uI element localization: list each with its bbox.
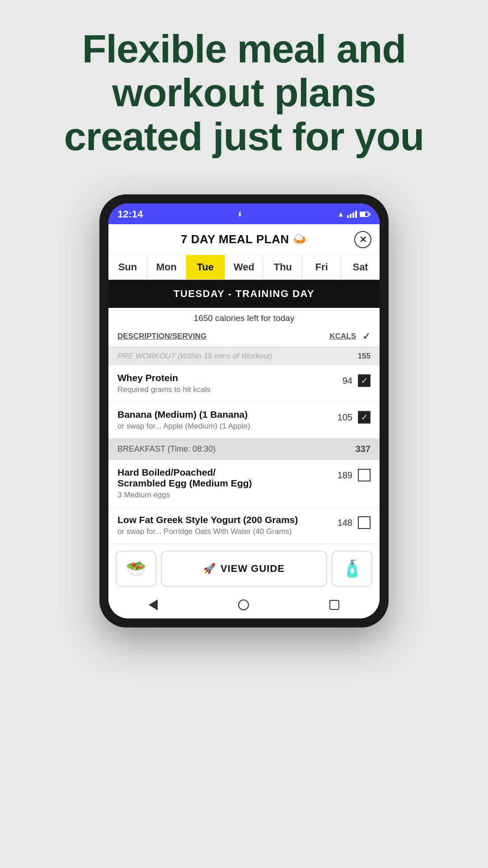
- status-bar: 12:14 ⬇ ▲: [108, 203, 380, 224]
- tab-wed[interactable]: Wed: [225, 255, 264, 279]
- title-emoji: 🍛: [292, 232, 307, 246]
- tab-mon[interactable]: Mon: [147, 255, 186, 279]
- food-name: Low Fat Greek Style Yogurt (200 Grams): [117, 514, 333, 525]
- headline: Flexible meal and workout plans created …: [64, 27, 424, 158]
- day-tabs: Sun Mon Tue Wed Thu Fri Sat: [108, 255, 380, 280]
- food-checkbox[interactable]: [358, 469, 371, 481]
- pre-workout-row: PRE WORKOUT (Within 15 mins of Workout) …: [108, 347, 380, 365]
- col-description: DESCRIPTION/SERVING: [117, 332, 206, 341]
- status-icons-area: ⬇: [237, 211, 243, 218]
- battery-icon: [360, 212, 371, 217]
- status-time: 12:14: [117, 208, 143, 220]
- food-name: Whey Protein: [117, 373, 338, 383]
- food-desc: or swap for... Apple (Medium) (1 Apple): [117, 422, 333, 431]
- col-kcals: KCALS: [329, 332, 356, 341]
- home-button[interactable]: [238, 599, 249, 610]
- meal-icon: 🥗: [126, 559, 146, 578]
- food-name: Hard Boiled/Poached/Scrambled Egg (Mediu…: [117, 467, 333, 489]
- recents-button[interactable]: [329, 600, 339, 610]
- app-header: 7 DAY MEAL PLAN 🍛 ✕: [108, 224, 380, 255]
- back-button[interactable]: [149, 599, 158, 610]
- status-icons: ▲: [337, 210, 371, 218]
- phone-mockup: 12:14 ⬇ ▲: [99, 194, 389, 627]
- food-kcals: 94: [343, 376, 352, 386]
- tab-fri[interactable]: Fri: [302, 255, 341, 279]
- food-desc: Required grams to hit kcals: [117, 385, 338, 394]
- tab-sun[interactable]: Sun: [108, 255, 147, 279]
- food-desc: 3 Medium eggs: [117, 491, 333, 500]
- meal-plan-icon-button[interactable]: 🥗: [116, 551, 156, 587]
- tab-tue[interactable]: Tue: [186, 255, 225, 279]
- food-item-whey-protein: Whey Protein Required grams to hit kcals…: [108, 365, 380, 402]
- food-checkbox[interactable]: ✓: [358, 374, 371, 387]
- food-item-yogurt: Low Fat Greek Style Yogurt (200 Grams) o…: [108, 507, 380, 544]
- food-item-banana: Banana (Medium) (1 Banana) or swap for..…: [108, 402, 380, 439]
- signal-icon: [347, 211, 357, 218]
- table-header: DESCRIPTION/SERVING KCALS ✓: [108, 329, 380, 347]
- food-item-egg: Hard Boiled/Poached/Scrambled Egg (Mediu…: [108, 460, 380, 507]
- food-name: Banana (Medium) (1 Banana): [117, 409, 333, 420]
- workout-icon-button[interactable]: 🧴: [332, 551, 372, 587]
- food-checkbox[interactable]: [358, 516, 371, 529]
- check-col-icon: ✓: [362, 330, 371, 342]
- food-checkbox[interactable]: ✓: [358, 411, 371, 424]
- food-desc: or swap for... Porridge Oats With Water …: [117, 527, 333, 536]
- workout-icon: 🧴: [342, 559, 362, 578]
- tab-sat[interactable]: Sat: [341, 255, 380, 279]
- app-content: 7 DAY MEAL PLAN 🍛 ✕ Sun Mon Tue Wed Thu …: [108, 224, 380, 593]
- section-kcals: 337: [356, 444, 371, 454]
- food-kcals: 105: [338, 412, 352, 423]
- rocket-icon: 🚀: [203, 563, 216, 575]
- tab-thu[interactable]: Thu: [263, 255, 302, 279]
- phone-screen: 12:14 ⬇ ▲: [108, 203, 380, 618]
- calories-info: 1650 calories left for today: [108, 308, 380, 329]
- android-navbar: [108, 593, 380, 618]
- food-kcals: 189: [338, 470, 352, 481]
- wifi-icon: ▲: [337, 210, 344, 218]
- section-label: BREAKFAST (Time: 08:30): [117, 444, 216, 454]
- training-banner: TUESDAY - TRAINING DAY: [108, 280, 380, 308]
- section-breakfast: BREAKFAST (Time: 08:30) 337: [108, 439, 380, 460]
- view-guide-button[interactable]: 🚀 VIEW GUIDE: [161, 551, 327, 587]
- close-button[interactable]: ✕: [354, 231, 371, 248]
- food-kcals: 148: [338, 518, 352, 528]
- view-guide-label: VIEW GUIDE: [221, 563, 285, 575]
- app-title: 7 DAY MEAL PLAN 🍛: [181, 232, 307, 246]
- bottom-bar: 🥗 🚀 VIEW GUIDE 🧴: [108, 544, 380, 593]
